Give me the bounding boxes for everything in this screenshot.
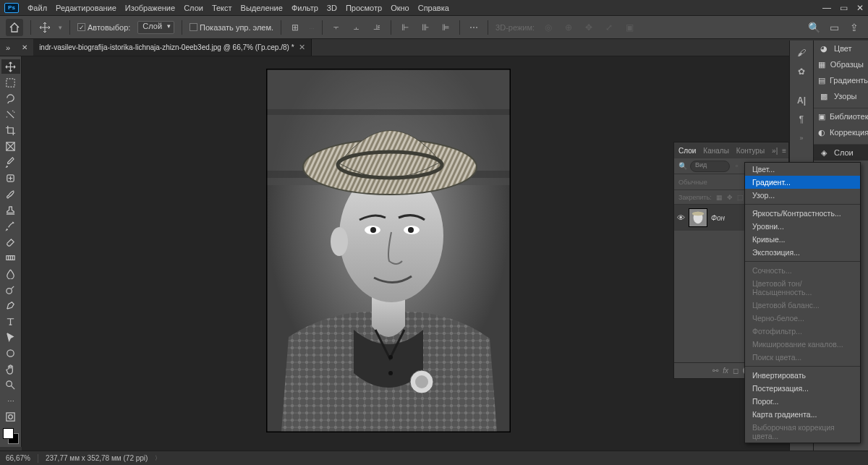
menu-view[interactable]: Просмотр xyxy=(341,4,386,12)
status-menu-chevron[interactable]: 〉 xyxy=(155,454,161,462)
mode3d-pan-icon[interactable]: ⊕ xyxy=(562,21,575,34)
type-tool[interactable] xyxy=(1,314,20,328)
panel-collapse-icon[interactable]: »| xyxy=(772,147,778,155)
panel-layers[interactable]: ◈Слои xyxy=(814,145,868,161)
menu-item[interactable]: Градиент... xyxy=(745,176,860,189)
brush-settings-icon[interactable]: 🖌 xyxy=(793,45,810,61)
history-brush-tool[interactable] xyxy=(1,218,20,233)
align-left-icon[interactable]: ⊩ xyxy=(399,21,412,34)
mode3d-orbit-icon[interactable]: ◎ xyxy=(542,21,555,34)
panel-color[interactable]: ◕Цвет xyxy=(814,40,868,56)
menu-3d[interactable]: 3D xyxy=(323,4,341,12)
home-button[interactable] xyxy=(6,19,23,36)
menu-edit[interactable]: Редактирование xyxy=(51,4,121,12)
panel-libraries[interactable]: ▣Библиотеки xyxy=(814,108,868,124)
lasso-tool[interactable] xyxy=(1,91,20,106)
menu-item[interactable]: Инвертировать xyxy=(745,369,860,382)
panel-patterns[interactable]: ▩Узоры xyxy=(814,88,868,104)
menu-select[interactable]: Выделение xyxy=(237,4,287,12)
path-select-tool[interactable] xyxy=(1,330,20,344)
tab-close-prev[interactable]: ✕ xyxy=(16,43,33,51)
align-hcenter-icon[interactable]: ⊪ xyxy=(419,21,432,34)
mode3d-move-icon[interactable]: ✥ xyxy=(582,21,595,34)
stamp-tool[interactable] xyxy=(1,202,20,217)
menu-item[interactable]: Уровни... xyxy=(745,220,860,233)
menu-image[interactable]: Изображение xyxy=(121,4,179,12)
auto-select-checkbox[interactable]: ✓Автовыбор: xyxy=(77,23,130,32)
layer-name[interactable]: Фон xyxy=(711,214,725,222)
dodge-tool[interactable] xyxy=(1,282,20,297)
layer-filter-input[interactable]: Вид xyxy=(690,161,730,172)
menu-file[interactable]: Файл xyxy=(23,4,51,12)
tab-layers[interactable]: Слои xyxy=(678,147,696,155)
search-icon[interactable]: 🔍 xyxy=(806,20,822,35)
auto-select-target[interactable]: Слой xyxy=(137,21,174,34)
menu-layers[interactable]: Слои xyxy=(179,4,208,12)
tabs-scroll-prev[interactable]: » xyxy=(0,43,16,52)
share-icon[interactable]: ⇪ xyxy=(846,20,862,35)
adjustments-icon[interactable]: ✿ xyxy=(793,64,810,80)
heal-tool[interactable] xyxy=(1,171,20,185)
quickmask-icon[interactable] xyxy=(1,409,20,424)
panel-menu-icon[interactable]: ≡ xyxy=(782,147,786,155)
lock-artboard-icon[interactable]: ⬚ xyxy=(737,194,744,201)
distribute-icon[interactable]: ⋯ xyxy=(467,21,480,34)
menu-item[interactable]: Кривые... xyxy=(745,233,860,246)
frame-tool[interactable] xyxy=(1,139,20,153)
menu-item[interactable]: Экспозиция... xyxy=(745,246,860,259)
crop-tool[interactable] xyxy=(1,123,20,137)
move-tool[interactable] xyxy=(1,59,20,74)
menu-item[interactable]: Порог... xyxy=(745,395,860,408)
align-row-icon[interactable]: ⊞ xyxy=(289,21,302,34)
mode3d-camera-icon[interactable]: ▣ xyxy=(623,21,636,34)
panel-swatches[interactable]: ▦Образцы xyxy=(814,56,868,72)
menu-text[interactable]: Текст xyxy=(208,4,237,12)
hand-tool[interactable] xyxy=(1,362,20,376)
align-vcenter-icon[interactable]: ⫠ xyxy=(350,21,363,34)
menu-item[interactable]: Карта градиента... xyxy=(745,408,860,421)
menu-item[interactable]: Узор... xyxy=(745,189,860,202)
zoom-level[interactable]: 66,67% xyxy=(6,454,30,462)
lock-pixels-icon[interactable]: ▦ xyxy=(716,194,723,201)
show-controls-checkbox[interactable]: Показать упр. элем. xyxy=(190,23,273,32)
brush-tool[interactable] xyxy=(1,187,20,201)
panel-gradients[interactable]: ▤Градиенты xyxy=(814,72,868,88)
lock-position-icon[interactable]: ✥ xyxy=(727,194,733,201)
menu-filter[interactable]: Фильтр xyxy=(287,4,323,12)
wand-tool[interactable] xyxy=(1,107,20,121)
layer-mask-icon[interactable]: ◻ xyxy=(733,367,739,375)
paragraph-panel-icon[interactable]: ¶ xyxy=(793,111,810,127)
close-tab-icon[interactable]: ✕ xyxy=(299,43,305,52)
menu-item[interactable]: Цвет... xyxy=(745,163,860,176)
window-minimize[interactable]: — xyxy=(822,3,831,13)
tab-paths[interactable]: Контуры xyxy=(736,147,765,155)
align-top-icon[interactable]: ⫟ xyxy=(330,21,343,34)
color-swatches[interactable] xyxy=(3,428,19,444)
blur-tool[interactable] xyxy=(1,266,20,281)
zoom-tool[interactable] xyxy=(1,377,20,392)
link-layers-icon[interactable]: ⚯ xyxy=(712,367,718,375)
panel-adjustments[interactable]: ◐Коррекция xyxy=(814,124,868,140)
pen-tool[interactable] xyxy=(1,298,20,312)
character-panel-icon[interactable]: A| xyxy=(793,93,810,108)
workspace-icon[interactable]: ▭ xyxy=(826,20,842,35)
document-tab[interactable]: indr-vasilev-biografija-istorika-lichnaj… xyxy=(33,39,311,56)
shape-tool[interactable] xyxy=(1,346,20,360)
eyedropper-tool[interactable] xyxy=(1,155,20,169)
menu-item[interactable]: Яркость/Контрастность... xyxy=(745,207,860,220)
layer-visibility-icon[interactable]: 👁 xyxy=(677,213,685,222)
menu-window[interactable]: Окно xyxy=(386,4,414,12)
marquee-tool[interactable] xyxy=(1,75,20,90)
eraser-tool[interactable] xyxy=(1,234,20,249)
edit-toolbar-icon[interactable]: ⋯ xyxy=(1,393,20,408)
menu-help[interactable]: Справка xyxy=(414,4,454,12)
filter-pixel-icon[interactable]: ▫ xyxy=(733,162,741,170)
align-right-icon[interactable]: ⊫ xyxy=(439,21,452,34)
tab-channels[interactable]: Каналы xyxy=(703,147,729,155)
menu-item[interactable]: Постеризация... xyxy=(745,382,860,395)
window-maximize[interactable]: ▭ xyxy=(840,3,848,13)
window-close[interactable]: ✕ xyxy=(856,3,864,13)
align-bottom-icon[interactable]: ⫡ xyxy=(370,21,383,34)
panel-expand-icon[interactable]: » xyxy=(793,130,810,146)
mode3d-scale-icon[interactable]: ⤢ xyxy=(603,21,616,34)
